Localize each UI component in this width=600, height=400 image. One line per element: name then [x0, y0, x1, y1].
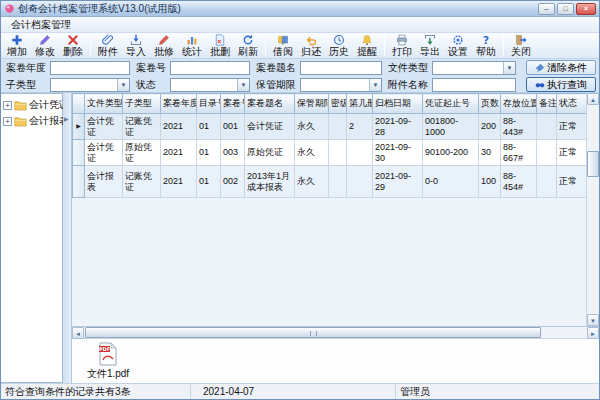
- table-cell[interactable]: 永久: [295, 166, 329, 198]
- refresh-button[interactable]: 刷新: [234, 33, 262, 58]
- table-cell[interactable]: 88-667#: [501, 140, 537, 166]
- table-cell[interactable]: 原始凭证: [123, 140, 161, 166]
- borrow-button[interactable]: 借阅: [269, 33, 297, 58]
- attachment-button[interactable]: 附件: [94, 33, 122, 58]
- status-select[interactable]: ▼: [170, 78, 250, 92]
- attachment-file[interactable]: 文件1.pdf: [82, 342, 134, 379]
- menu-item-archive-management[interactable]: 会计档案管理: [7, 17, 75, 32]
- row-selector[interactable]: [73, 166, 85, 198]
- splitter-collapse-icon[interactable]: ▶: [64, 115, 69, 122]
- case-number-input[interactable]: [170, 61, 250, 75]
- table-cell[interactable]: 记账凭证: [123, 114, 161, 140]
- table-cell[interactable]: 会计凭证: [85, 114, 123, 140]
- table-cell[interactable]: 200: [479, 114, 501, 140]
- row-selector[interactable]: [73, 140, 85, 166]
- table-cell[interactable]: 0-0: [423, 166, 479, 198]
- column-header[interactable]: 第几册: [347, 94, 373, 114]
- column-header[interactable]: 子类型: [123, 94, 161, 114]
- clear-conditions-button[interactable]: 清除条件: [526, 60, 596, 75]
- scroll-left-button[interactable]: ◄: [72, 327, 84, 339]
- column-header[interactable]: 目录号: [197, 94, 221, 114]
- delete-button[interactable]: 删除: [59, 33, 87, 58]
- current-row-indicator[interactable]: ▶: [73, 114, 85, 140]
- column-header[interactable]: 归档日期: [373, 94, 423, 114]
- table-cell[interactable]: 88-443#: [501, 114, 537, 140]
- add-button[interactable]: 增加: [3, 33, 31, 58]
- table-cell[interactable]: 01: [197, 140, 221, 166]
- file-type-select[interactable]: ▼: [432, 61, 516, 75]
- row-header-corner[interactable]: [73, 94, 85, 114]
- case-title-input[interactable]: [300, 61, 382, 75]
- vertical-scrollbar[interactable]: ▲ ▼: [586, 93, 599, 326]
- table-cell[interactable]: 90100-200: [423, 140, 479, 166]
- retention-period-select[interactable]: ▼: [300, 78, 382, 92]
- column-header[interactable]: 凭证起止号: [423, 94, 479, 114]
- edit-button[interactable]: 修改: [31, 33, 59, 58]
- column-header[interactable]: 状态: [557, 94, 587, 114]
- settings-button[interactable]: 设置: [444, 33, 472, 58]
- table-cell[interactable]: [329, 166, 347, 198]
- expand-icon[interactable]: +: [3, 101, 12, 110]
- table-cell[interactable]: 会计凭证: [85, 140, 123, 166]
- attachment-name-input[interactable]: [432, 78, 516, 92]
- sub-type-select[interactable]: ▼: [50, 78, 130, 92]
- table-cell[interactable]: [347, 166, 373, 198]
- table-cell[interactable]: 正常: [557, 114, 587, 140]
- case-year-input[interactable]: [50, 61, 130, 75]
- batch-edit-button[interactable]: 批修: [150, 33, 178, 58]
- column-header[interactable]: 密级: [329, 94, 347, 114]
- table-cell[interactable]: 记账凭证: [123, 166, 161, 198]
- table-cell[interactable]: 100: [479, 166, 501, 198]
- table-cell[interactable]: 002: [221, 166, 245, 198]
- expand-icon[interactable]: +: [3, 117, 12, 126]
- chevron-down-icon[interactable]: ▼: [237, 79, 249, 91]
- scroll-down-button[interactable]: ▼: [587, 314, 599, 326]
- column-header[interactable]: 保管期限: [295, 94, 329, 114]
- column-header[interactable]: 案卷年度: [161, 94, 197, 114]
- table-cell[interactable]: [537, 114, 557, 140]
- table-cell[interactable]: 2021-09-28: [373, 114, 423, 140]
- horizontal-scroll-thumb[interactable]: [85, 327, 541, 338]
- table-cell[interactable]: 01: [197, 166, 221, 198]
- tree-item-accounting-vouchers[interactable]: + 会计凭证: [1, 97, 62, 113]
- export-button[interactable]: 导出: [416, 33, 444, 58]
- close-button[interactable]: ×: [576, 3, 596, 15]
- table-cell[interactable]: 30: [479, 140, 501, 166]
- panel-splitter[interactable]: ▶: [63, 93, 72, 383]
- table-cell[interactable]: 2: [347, 114, 373, 140]
- table-cell[interactable]: 01: [197, 114, 221, 140]
- table-cell[interactable]: 2021: [161, 140, 197, 166]
- maximize-button[interactable]: □: [557, 3, 574, 15]
- column-header[interactable]: 案卷题名: [245, 94, 295, 114]
- table-cell[interactable]: [347, 140, 373, 166]
- statistics-button[interactable]: 统计: [178, 33, 206, 58]
- table-cell[interactable]: 永久: [295, 140, 329, 166]
- help-button[interactable]: 帮助: [472, 33, 500, 58]
- table-cell[interactable]: 正常: [557, 166, 587, 198]
- table-cell[interactable]: 003: [221, 140, 245, 166]
- vertical-scroll-thumb[interactable]: [587, 151, 599, 177]
- column-header[interactable]: 页数: [479, 94, 501, 114]
- scroll-up-button[interactable]: ▲: [587, 93, 599, 105]
- execute-query-button[interactable]: 执行查询: [526, 77, 596, 92]
- table-cell[interactable]: 2021-09-29: [373, 166, 423, 198]
- table-cell[interactable]: [537, 166, 557, 198]
- remind-button[interactable]: 提醒: [353, 33, 381, 58]
- table-cell[interactable]: [329, 140, 347, 166]
- column-header[interactable]: 文件类型: [85, 94, 123, 114]
- horizontal-scrollbar[interactable]: ◄ ►: [72, 327, 599, 339]
- chevron-down-icon[interactable]: ▼: [369, 79, 381, 91]
- table-cell[interactable]: [537, 140, 557, 166]
- chevron-down-icon[interactable]: ▼: [117, 79, 129, 91]
- chevron-down-icon[interactable]: ▼: [503, 62, 515, 74]
- table-cell[interactable]: 2021-09-30: [373, 140, 423, 166]
- history-button[interactable]: 历史: [325, 33, 353, 58]
- scroll-right-button[interactable]: ►: [587, 327, 599, 339]
- table-cell[interactable]: 原始凭证: [245, 140, 295, 166]
- table-cell[interactable]: 2021: [161, 114, 197, 140]
- table-cell[interactable]: 正常: [557, 140, 587, 166]
- table-cell[interactable]: 永久: [295, 114, 329, 140]
- table-cell[interactable]: 2013年1月成本报表: [245, 166, 295, 198]
- minimize-button[interactable]: –: [538, 3, 555, 15]
- return-button[interactable]: 归还: [297, 33, 325, 58]
